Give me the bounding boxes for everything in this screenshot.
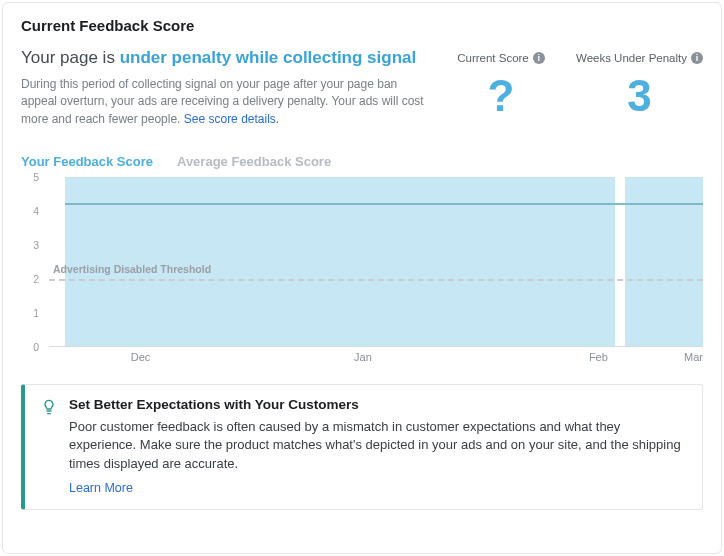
- x-tick: Feb: [589, 351, 608, 363]
- y-tick: 0: [33, 341, 39, 353]
- tip-body: Poor customer feedback is often caused b…: [69, 418, 686, 473]
- tip-content: Set Better Expectations with Your Custom…: [69, 397, 686, 495]
- lightbulb-icon: [41, 399, 57, 418]
- metric-current-score: Current Score i ?: [446, 48, 556, 120]
- status-block: Your page is under penalty while collect…: [21, 48, 426, 128]
- tip-title: Set Better Expectations with Your Custom…: [69, 397, 686, 412]
- x-tick: Dec: [131, 351, 151, 363]
- status-line: Your page is under penalty while collect…: [21, 48, 426, 68]
- threshold-label: Advertising Disabled Threshold: [53, 263, 215, 275]
- info-icon[interactable]: i: [691, 52, 703, 64]
- feedback-card: Current Feedback Score Your page is unde…: [2, 2, 722, 554]
- x-tick: Jan: [354, 351, 372, 363]
- card-title: Current Feedback Score: [21, 17, 703, 34]
- status-prefix: Your page is: [21, 48, 120, 67]
- y-tick: 5: [33, 171, 39, 183]
- metric-weeks-label: Weeks Under Penalty: [576, 52, 687, 64]
- see-score-details-link[interactable]: See score details.: [184, 112, 279, 126]
- threshold-line: [49, 279, 703, 281]
- metric-current-label: Current Score: [457, 52, 529, 64]
- chart-tabs: Your Feedback Score Average Feedback Sco…: [21, 154, 703, 169]
- learn-more-link[interactable]: Learn More: [69, 481, 686, 495]
- metric-weeks-label-row: Weeks Under Penalty i: [576, 52, 703, 64]
- chart-plot-area: Advertising Disabled Threshold: [49, 177, 703, 347]
- tip-card: Set Better Expectations with Your Custom…: [21, 384, 703, 510]
- metric-weeks-penalty: Weeks Under Penalty i 3: [576, 48, 703, 120]
- chart-y-axis: 012345: [21, 177, 43, 347]
- tab-average-feedback[interactable]: Average Feedback Score: [177, 154, 331, 169]
- chart-x-axis: DecJanFebMar: [49, 351, 703, 367]
- feedback-chart: 012345 Advertising Disabled Threshold De…: [21, 177, 703, 372]
- top-row: Your page is under penalty while collect…: [21, 48, 703, 128]
- metric-weeks-value: 3: [576, 72, 703, 120]
- status-highlight: under penalty while collecting signal: [120, 48, 417, 67]
- info-icon[interactable]: i: [533, 52, 545, 64]
- y-tick: 4: [33, 205, 39, 217]
- y-tick: 2: [33, 273, 39, 285]
- y-tick: 1: [33, 307, 39, 319]
- y-tick: 3: [33, 239, 39, 251]
- status-description: During this period of collecting signal …: [21, 76, 426, 128]
- tab-your-feedback[interactable]: Your Feedback Score: [21, 154, 153, 169]
- score-line: [65, 203, 703, 205]
- x-tick: Mar: [684, 351, 703, 363]
- metric-current-value: ?: [446, 72, 556, 120]
- metric-current-label-row: Current Score i: [457, 52, 545, 64]
